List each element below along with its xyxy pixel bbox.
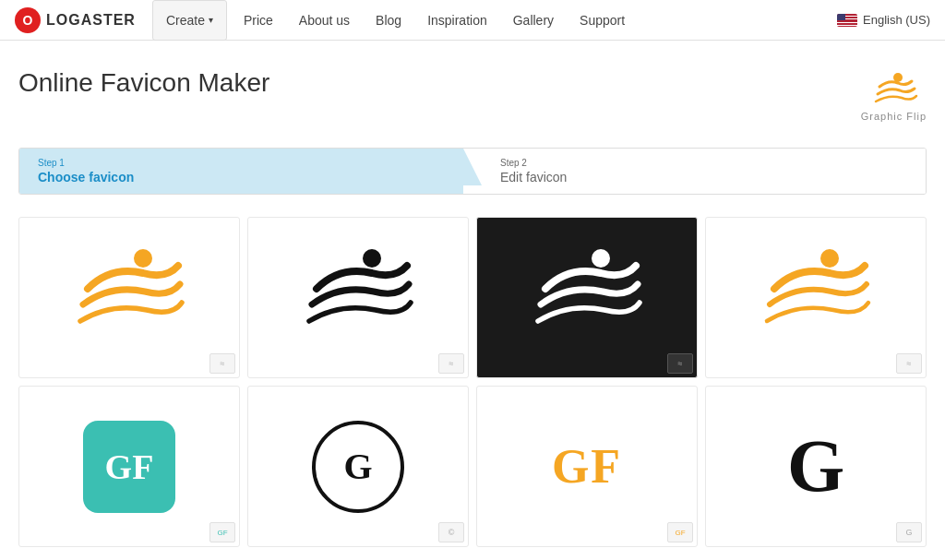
page-title: Online Favicon Maker: [18, 68, 269, 98]
step-2-name: Edit favicon: [500, 170, 907, 185]
favicon-corner-7: GF: [667, 522, 693, 542]
step-divider: [463, 149, 482, 185]
page-header: Online Favicon Maker Graphic Flip: [18, 68, 927, 122]
lang-label: English (US): [863, 13, 930, 27]
step-1-label: Step 1: [38, 158, 445, 168]
favicon-card-3[interactable]: ≈: [476, 217, 698, 378]
orange-swirl-logo-1: [69, 238, 189, 358]
favicon-card-5[interactable]: GF GF: [18, 386, 240, 547]
logo[interactable]: O LOGASTER: [15, 7, 136, 33]
svg-point-2: [363, 249, 381, 268]
favicon-corner-4: ≈: [896, 353, 922, 374]
favicon-content-6: G: [248, 387, 468, 546]
favicon-grid: ≈ ≈: [18, 217, 927, 547]
flag-icon: [837, 14, 857, 27]
nav-create[interactable]: Create ▾: [152, 0, 227, 41]
svg-point-4: [820, 249, 839, 268]
step-1-name: Choose favicon: [38, 170, 445, 185]
nav-gallery[interactable]: Gallery: [500, 0, 567, 41]
nav-about[interactable]: About us: [286, 0, 363, 41]
main-content: Online Favicon Maker Graphic Flip Step 1…: [0, 41, 945, 560]
orange-swirl-logo-2: [756, 238, 876, 358]
step-1[interactable]: Step 1 Choose favicon: [19, 149, 463, 194]
g-black-logo: G: [787, 424, 844, 508]
favicon-corner-3: ≈: [667, 353, 693, 374]
logo-icon: O: [15, 7, 41, 33]
steps-bar: Step 1 Choose favicon Step 2 Edit favico…: [18, 148, 927, 195]
step-2-label: Step 2: [500, 158, 907, 168]
logo-text: LOGASTER: [46, 12, 136, 29]
black-swirl-logo: [298, 238, 418, 358]
language-selector[interactable]: English (US): [837, 13, 930, 27]
favicon-content-3: [477, 218, 697, 377]
step-2[interactable]: Step 2 Edit favicon: [482, 149, 926, 194]
favicon-card-7[interactable]: GF GF: [476, 386, 698, 547]
favicon-content-5: GF: [19, 387, 239, 546]
nav-blog[interactable]: Blog: [363, 0, 414, 41]
favicon-corner-2: ≈: [438, 353, 464, 374]
favicon-content-8: G: [706, 387, 926, 546]
favicon-content-1: [19, 218, 239, 377]
favicon-corner-6: ©: [438, 522, 464, 542]
favicon-content-7: GF: [477, 387, 697, 546]
favicon-card-1[interactable]: ≈: [18, 217, 240, 378]
favicon-content-4: [706, 218, 926, 377]
favicon-corner-8: G: [896, 522, 922, 542]
nav-price[interactable]: Price: [231, 0, 286, 41]
favicon-card-8[interactable]: G G: [705, 386, 927, 547]
svg-point-3: [592, 249, 610, 268]
dropdown-arrow: ▾: [209, 15, 213, 25]
navbar: O LOGASTER Create ▾ Price About us Blog …: [0, 0, 945, 41]
nav-support[interactable]: Support: [567, 0, 638, 41]
gf-teal-logo: GF: [83, 421, 175, 513]
favicon-card-2[interactable]: ≈: [247, 217, 469, 378]
favicon-card-4[interactable]: ≈: [705, 217, 927, 378]
gf-orange-logo: GF: [552, 439, 622, 494]
nav-inspiration[interactable]: Inspiration: [414, 0, 500, 41]
svg-point-1: [134, 249, 152, 268]
favicon-content-2: [248, 218, 468, 377]
favicon-corner-5: GF: [209, 522, 235, 542]
dark-swirl-logo: [527, 238, 647, 358]
brand-name: Graphic Flip: [861, 111, 927, 122]
favicon-card-6[interactable]: G ©: [247, 386, 469, 547]
brand-logo: Graphic Flip: [861, 68, 927, 122]
g-circle-logo: G: [312, 421, 404, 513]
favicon-corner-1: ≈: [209, 353, 235, 374]
graphic-flip-icon: [866, 68, 921, 109]
